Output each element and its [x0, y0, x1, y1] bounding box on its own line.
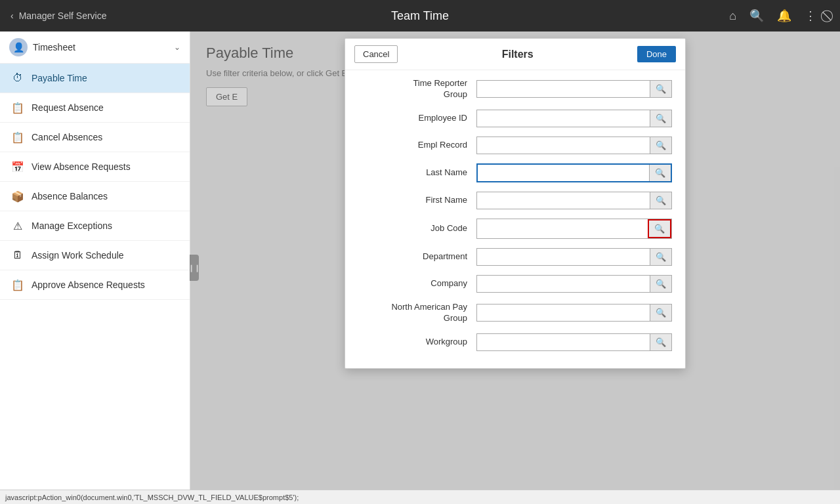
- filter-input-wrap-job-code: 🔍: [476, 219, 672, 239]
- home-icon[interactable]: ⌂: [729, 9, 736, 23]
- company-input[interactable]: [477, 276, 650, 292]
- top-nav-actions: ⌂ 🔍 🔔 ⋮ ⃠: [729, 9, 830, 23]
- filter-input-wrap-first-name: 🔍: [476, 192, 672, 209]
- sidebar-item-label: Payable Time: [32, 73, 87, 83]
- sidebar-item-label: Cancel Absences: [32, 132, 102, 142]
- back-nav[interactable]: ‹ Manager Self Service: [10, 10, 107, 21]
- main-layout: 👤 Timesheet ⌄ ⏱ Payable Time 📋 Request A…: [0, 32, 840, 504]
- done-button[interactable]: Done: [637, 46, 676, 62]
- more-dots-icon[interactable]: ⋮: [805, 9, 816, 23]
- filters-header: Cancel Filters Done: [345, 39, 685, 70]
- sidebar-item-label: Assign Work Schedule: [32, 250, 124, 261]
- sidebar: 👤 Timesheet ⌄ ⏱ Payable Time 📋 Request A…: [0, 32, 190, 504]
- time-reporter-group-input[interactable]: [477, 81, 650, 97]
- filter-row-empl-record: Empl Record 🔍: [358, 136, 672, 154]
- empl-record-search-btn[interactable]: 🔍: [650, 137, 671, 154]
- filter-input-wrap-company: 🔍: [476, 275, 672, 293]
- sidebar-item-label: Approve Absence Requests: [32, 280, 145, 290]
- sidebar-item-manage-exceptions[interactable]: ⚠ Manage Exceptions: [0, 211, 190, 241]
- filter-label-empl-record: Empl Record: [358, 140, 476, 151]
- filter-label-job-code: Job Code: [358, 223, 476, 234]
- cancel-button[interactable]: Cancel: [354, 45, 398, 63]
- filter-row-north-american-pay-group: North American PayGroup 🔍: [358, 302, 672, 324]
- filters-body[interactable]: Time ReporterGroup 🔍 Employee ID 🔍: [345, 70, 685, 368]
- sidebar-item-label: Manage Exceptions: [32, 220, 112, 231]
- sidebar-item-request-absence[interactable]: 📋 Request Absence: [0, 93, 190, 123]
- sidebar-item-assign-work-schedule[interactable]: 🗓 Assign Work Schedule: [0, 241, 190, 270]
- filters-title: Filters: [398, 49, 637, 60]
- status-bar: javascript:pAction_win0(document.win0,'T…: [0, 490, 840, 504]
- sidebar-item-payable-time[interactable]: ⏱ Payable Time: [0, 64, 190, 93]
- sidebar-header: 👤 Timesheet ⌄: [0, 32, 190, 64]
- sidebar-collapse-chevron[interactable]: ⌄: [174, 43, 180, 52]
- filter-row-time-reporter-group: Time ReporterGroup 🔍: [358, 78, 672, 100]
- filter-row-first-name: First Name 🔍: [358, 192, 672, 209]
- last-name-search-btn[interactable]: 🔍: [649, 165, 671, 181]
- modal-overlay: Cancel Filters Done Time ReporterGroup 🔍: [190, 32, 840, 504]
- workgroup-search-btn[interactable]: 🔍: [650, 334, 671, 350]
- empl-record-input[interactable]: [477, 137, 650, 154]
- sidebar-item-label: View Absence Requests: [32, 161, 131, 172]
- north-american-pay-group-input[interactable]: [477, 304, 650, 321]
- job-code-search-btn[interactable]: 🔍: [648, 219, 671, 238]
- workgroup-input[interactable]: [477, 334, 650, 350]
- search-icon[interactable]: 🔍: [749, 9, 764, 23]
- assign-work-schedule-icon: 🗓: [10, 248, 25, 262]
- view-absence-icon: 📅: [10, 159, 25, 174]
- filter-label-employee-id: Employee ID: [358, 113, 476, 124]
- status-bar-text: javascript:pAction_win0(document.win0,'T…: [5, 494, 299, 501]
- filters-modal: Cancel Filters Done Time ReporterGroup 🔍: [345, 38, 686, 369]
- filter-row-workgroup: Workgroup 🔍: [358, 333, 672, 351]
- sidebar-nav-title: Timesheet: [33, 42, 75, 52]
- sidebar-item-cancel-absences[interactable]: 📋 Cancel Absences: [0, 123, 190, 152]
- filter-label-company: Company: [358, 278, 476, 289]
- employee-id-search-btn[interactable]: 🔍: [650, 110, 671, 127]
- job-code-input[interactable]: [477, 220, 648, 237]
- filter-label-first-name: First Name: [358, 195, 476, 206]
- north-american-pay-group-search-btn[interactable]: 🔍: [650, 304, 671, 321]
- back-nav-label: Manager Self Service: [19, 10, 107, 21]
- filter-label-department: Department: [358, 251, 476, 262]
- approve-absence-icon: 📋: [10, 278, 25, 292]
- filter-input-wrap-empl-record: 🔍: [476, 136, 672, 154]
- company-search-btn[interactable]: 🔍: [650, 276, 671, 292]
- request-absence-icon: 📋: [10, 100, 25, 115]
- filter-input-wrap-employee-id: 🔍: [476, 110, 672, 127]
- last-name-input[interactable]: [478, 165, 649, 181]
- bell-icon[interactable]: 🔔: [777, 9, 791, 23]
- filter-row-department: Department 🔍: [358, 248, 672, 266]
- first-name-input[interactable]: [477, 192, 650, 209]
- sidebar-item-view-absence-requests[interactable]: 📅 View Absence Requests: [0, 152, 190, 182]
- filter-label-workgroup: Workgroup: [358, 337, 476, 348]
- avatar: 👤: [9, 38, 28, 56]
- filter-row-company: Company 🔍: [358, 275, 672, 293]
- page-title-nav: Team Time: [391, 9, 449, 23]
- sidebar-item-absence-balances[interactable]: 📦 Absence Balances: [0, 182, 190, 211]
- filter-label-time-reporter-group: Time ReporterGroup: [358, 78, 476, 100]
- payable-time-icon: ⏱: [10, 71, 25, 85]
- filter-label-last-name: Last Name: [358, 167, 476, 178]
- manage-exceptions-icon: ⚠: [10, 219, 25, 233]
- filter-row-job-code: Job Code 🔍: [358, 219, 672, 239]
- department-input[interactable]: [477, 249, 650, 265]
- time-reporter-group-search-btn[interactable]: 🔍: [650, 81, 671, 97]
- filter-input-wrap-time-reporter-group: 🔍: [476, 80, 672, 98]
- first-name-search-btn[interactable]: 🔍: [650, 192, 671, 209]
- filter-input-wrap-last-name: 🔍: [476, 163, 672, 182]
- sidebar-item-label: Absence Balances: [32, 191, 108, 201]
- sidebar-user[interactable]: 👤 Timesheet: [9, 38, 75, 56]
- filter-row-last-name: Last Name 🔍: [358, 163, 672, 182]
- absence-balances-icon: 📦: [10, 189, 25, 203]
- back-chevron-icon: ‹: [10, 10, 14, 21]
- employee-id-input[interactable]: [477, 110, 650, 127]
- filter-label-north-american-pay-group: North American PayGroup: [358, 302, 476, 324]
- department-search-btn[interactable]: 🔍: [650, 249, 671, 265]
- sidebar-item-approve-absence-requests[interactable]: 📋 Approve Absence Requests: [0, 270, 190, 300]
- filter-input-wrap-department: 🔍: [476, 248, 672, 266]
- filter-row-employee-id: Employee ID 🔍: [358, 110, 672, 127]
- filter-input-wrap-workgroup: 🔍: [476, 333, 672, 351]
- filter-input-wrap-north-american-pay-group: 🔍: [476, 304, 672, 322]
- cancel-absences-icon: 📋: [10, 130, 25, 144]
- main-content: Payable Time Use filter criteria below, …: [190, 32, 840, 504]
- sidebar-item-label: Request Absence: [32, 102, 104, 113]
